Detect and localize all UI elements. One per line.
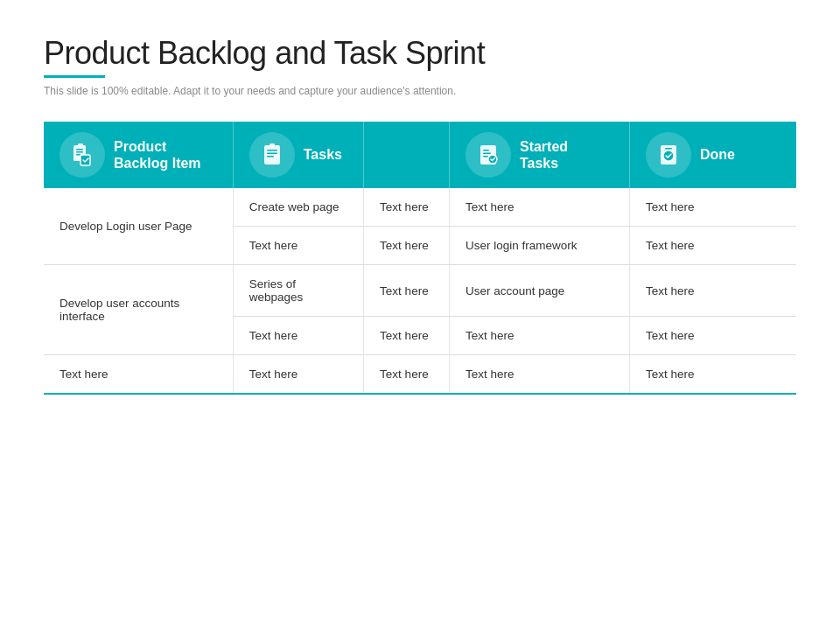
header-tasks-label: Tasks [304,146,342,163]
header-backlog: ProductBacklog Item [44,122,233,188]
table-header-row: ProductBacklog Item [44,122,796,188]
done-cell: Text here [629,317,796,355]
backlog-group-label: Develop Login user Page [44,188,233,265]
title-underline [44,75,105,78]
header-tasks: Tasks [233,122,363,188]
backlog-group-label: Text here [44,355,233,395]
svg-rect-1 [76,149,83,150]
header-done-label: Done [700,146,735,163]
tasks-cell: Series of webpages [233,265,363,317]
subtitle: This slide is 100% editable. Adapt it to… [44,85,796,97]
svg-rect-10 [270,144,275,147]
table-row: Text hereText hereText hereText hereText… [44,355,796,395]
done-cell: Text here [629,355,796,395]
done-cell: Text here [629,265,796,317]
text1-cell: Text here [364,188,450,227]
svg-rect-12 [483,150,489,151]
page-title: Product Backlog and Task Sprint [44,35,796,72]
svg-rect-4 [78,144,83,146]
started-cell: User login framework [449,227,629,265]
started-cell: Text here [449,355,629,395]
done-icon [646,132,691,178]
svg-rect-9 [267,156,274,158]
text1-cell: Text here [364,227,450,265]
table-row: Develop Login user PageCreate web pageTe… [44,188,796,227]
tasks-cell: Create web page [233,188,363,227]
table-row: Develop user accounts interfaceSeries of… [44,265,796,317]
started-icon [466,132,511,178]
table-body: Develop Login user PageCreate web pageTe… [44,188,796,394]
backlog-group-label: Develop user accounts interface [44,265,233,355]
header-done: Done [629,122,796,188]
tasks-cell: Text here [233,317,363,355]
svg-rect-7 [267,150,277,151]
tasks-cell: Text here [233,355,363,395]
text1-cell: Text here [364,265,450,317]
text1-cell: Text here [364,317,450,355]
svg-rect-6 [264,145,280,164]
tasks-cell: Text here [233,227,363,265]
done-cell: Text here [629,227,796,265]
svg-rect-13 [483,153,491,155]
tasks-icon [249,132,295,178]
backlog-table: ProductBacklog Item [44,122,796,395]
header-started: StartedTasks [449,122,629,188]
svg-rect-14 [483,156,488,158]
header-backlog-label: ProductBacklog Item [114,138,201,172]
svg-rect-3 [76,154,80,156]
text1-cell: Text here [364,355,450,395]
backlog-icon [60,132,105,178]
svg-rect-18 [665,148,672,150]
header-text1 [364,122,450,188]
started-cell: User account page [449,265,629,317]
svg-rect-8 [267,153,277,155]
started-cell: Text here [449,317,629,355]
started-cell: Text here [449,188,629,227]
svg-rect-2 [76,151,83,153]
header-started-label: StartedTasks [520,138,568,172]
svg-rect-5 [80,155,90,165]
done-cell: Text here [629,188,796,227]
slide: Product Backlog and Task Sprint This sli… [0,0,840,630]
